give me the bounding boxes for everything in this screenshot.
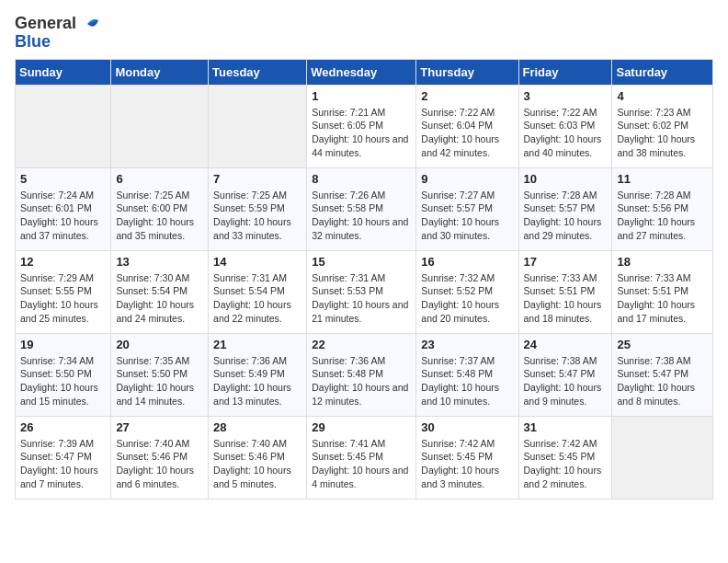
day-info: Sunrise: 7:37 AMSunset: 5:48 PMDaylight:… <box>421 354 513 408</box>
day-info: Sunrise: 7:35 AMSunset: 5:50 PMDaylight:… <box>116 354 203 408</box>
day-number: 28 <box>213 420 301 434</box>
logo-bird-icon <box>78 16 98 32</box>
weekday-header-wednesday: Wednesday <box>307 59 416 85</box>
day-number: 6 <box>116 172 203 186</box>
day-info: Sunrise: 7:23 AMSunset: 6:02 PMDaylight:… <box>617 106 708 160</box>
day-number: 11 <box>617 172 708 186</box>
calendar-table: SundayMondayTuesdayWednesdayThursdayFrid… <box>15 59 713 500</box>
day-info: Sunrise: 7:22 AMSunset: 6:03 PMDaylight:… <box>524 106 608 160</box>
calendar-cell: 1Sunrise: 7:21 AMSunset: 6:05 PMDaylight… <box>307 85 416 167</box>
day-info: Sunrise: 7:40 AMSunset: 5:46 PMDaylight:… <box>116 437 203 491</box>
calendar-cell: 26Sunrise: 7:39 AMSunset: 5:47 PMDayligh… <box>16 416 111 499</box>
day-info: Sunrise: 7:33 AMSunset: 5:51 PMDaylight:… <box>617 271 708 326</box>
day-info: Sunrise: 7:26 AMSunset: 5:58 PMDaylight:… <box>312 189 411 243</box>
day-info: Sunrise: 7:33 AMSunset: 5:51 PMDaylight:… <box>524 271 608 326</box>
day-info: Sunrise: 7:42 AMSunset: 5:45 PMDaylight:… <box>524 437 608 491</box>
day-info: Sunrise: 7:31 AMSunset: 5:54 PMDaylight:… <box>213 271 301 326</box>
day-info: Sunrise: 7:34 AMSunset: 5:50 PMDaylight:… <box>20 354 106 408</box>
day-info: Sunrise: 7:30 AMSunset: 5:54 PMDaylight:… <box>116 271 203 326</box>
day-number: 10 <box>524 172 608 186</box>
day-number: 29 <box>312 420 411 434</box>
day-number: 16 <box>421 255 513 269</box>
calendar-cell <box>16 85 111 167</box>
day-number: 8 <box>312 172 411 186</box>
weekday-header-sunday: Sunday <box>16 59 111 85</box>
day-number: 12 <box>20 255 106 269</box>
calendar-cell: 5Sunrise: 7:24 AMSunset: 6:01 PMDaylight… <box>16 167 111 250</box>
day-number: 26 <box>20 420 106 434</box>
calendar-cell <box>209 85 307 167</box>
calendar-cell: 28Sunrise: 7:40 AMSunset: 5:46 PMDayligh… <box>209 416 307 499</box>
calendar-cell <box>111 85 209 167</box>
day-info: Sunrise: 7:36 AMSunset: 5:49 PMDaylight:… <box>213 354 301 408</box>
calendar-cell: 2Sunrise: 7:22 AMSunset: 6:04 PMDaylight… <box>416 85 518 167</box>
calendar-cell: 29Sunrise: 7:41 AMSunset: 5:45 PMDayligh… <box>307 416 416 499</box>
weekday-header-thursday: Thursday <box>416 59 518 85</box>
day-number: 4 <box>617 89 708 103</box>
day-info: Sunrise: 7:40 AMSunset: 5:46 PMDaylight:… <box>213 437 301 491</box>
day-number: 25 <box>617 338 708 351</box>
calendar-cell: 23Sunrise: 7:37 AMSunset: 5:48 PMDayligh… <box>416 333 518 416</box>
day-number: 5 <box>20 172 106 186</box>
logo-general-text: General <box>15 15 76 33</box>
logo: General Blue <box>15 15 98 52</box>
day-number: 19 <box>20 338 106 351</box>
day-info: Sunrise: 7:29 AMSunset: 5:55 PMDaylight:… <box>20 271 106 326</box>
day-number: 31 <box>524 420 608 434</box>
day-number: 1 <box>312 89 411 103</box>
calendar-cell: 20Sunrise: 7:35 AMSunset: 5:50 PMDayligh… <box>111 333 209 416</box>
calendar-cell: 8Sunrise: 7:26 AMSunset: 5:58 PMDaylight… <box>307 167 416 250</box>
calendar-cell <box>612 416 713 499</box>
day-number: 17 <box>524 255 608 269</box>
day-info: Sunrise: 7:25 AMSunset: 5:59 PMDaylight:… <box>213 189 301 243</box>
calendar-cell: 25Sunrise: 7:38 AMSunset: 5:47 PMDayligh… <box>612 333 713 416</box>
logo-blue-text: Blue <box>15 33 51 52</box>
page-header: General Blue <box>15 15 713 52</box>
day-info: Sunrise: 7:38 AMSunset: 5:47 PMDaylight:… <box>524 354 608 408</box>
day-info: Sunrise: 7:38 AMSunset: 5:47 PMDaylight:… <box>617 354 708 408</box>
calendar-cell: 18Sunrise: 7:33 AMSunset: 5:51 PMDayligh… <box>612 250 713 333</box>
calendar-cell: 31Sunrise: 7:42 AMSunset: 5:45 PMDayligh… <box>518 416 612 499</box>
day-number: 7 <box>213 172 301 186</box>
day-number: 21 <box>213 338 301 351</box>
calendar-cell: 12Sunrise: 7:29 AMSunset: 5:55 PMDayligh… <box>16 250 111 333</box>
calendar-cell: 3Sunrise: 7:22 AMSunset: 6:03 PMDaylight… <box>518 85 612 167</box>
day-info: Sunrise: 7:22 AMSunset: 6:04 PMDaylight:… <box>421 106 513 160</box>
day-info: Sunrise: 7:28 AMSunset: 5:57 PMDaylight:… <box>524 189 608 243</box>
day-number: 9 <box>421 172 513 186</box>
day-number: 22 <box>312 338 411 351</box>
day-info: Sunrise: 7:28 AMSunset: 5:56 PMDaylight:… <box>617 189 708 243</box>
calendar-cell: 14Sunrise: 7:31 AMSunset: 5:54 PMDayligh… <box>209 250 307 333</box>
day-info: Sunrise: 7:21 AMSunset: 6:05 PMDaylight:… <box>312 106 411 160</box>
day-number: 20 <box>116 338 203 351</box>
calendar-cell: 30Sunrise: 7:42 AMSunset: 5:45 PMDayligh… <box>416 416 518 499</box>
day-number: 2 <box>421 89 513 103</box>
day-number: 30 <box>421 420 513 434</box>
calendar-cell: 13Sunrise: 7:30 AMSunset: 5:54 PMDayligh… <box>111 250 209 333</box>
calendar-cell: 9Sunrise: 7:27 AMSunset: 5:57 PMDaylight… <box>416 167 518 250</box>
day-info: Sunrise: 7:31 AMSunset: 5:53 PMDaylight:… <box>312 271 411 326</box>
day-number: 13 <box>116 255 203 269</box>
day-info: Sunrise: 7:25 AMSunset: 6:00 PMDaylight:… <box>116 189 203 243</box>
day-number: 24 <box>524 338 608 351</box>
calendar-cell: 17Sunrise: 7:33 AMSunset: 5:51 PMDayligh… <box>518 250 612 333</box>
calendar-cell: 24Sunrise: 7:38 AMSunset: 5:47 PMDayligh… <box>518 333 612 416</box>
calendar-cell: 22Sunrise: 7:36 AMSunset: 5:48 PMDayligh… <box>307 333 416 416</box>
weekday-header-saturday: Saturday <box>612 59 713 85</box>
calendar-cell: 10Sunrise: 7:28 AMSunset: 5:57 PMDayligh… <box>518 167 612 250</box>
calendar-cell: 27Sunrise: 7:40 AMSunset: 5:46 PMDayligh… <box>111 416 209 499</box>
day-info: Sunrise: 7:27 AMSunset: 5:57 PMDaylight:… <box>421 189 513 243</box>
day-info: Sunrise: 7:24 AMSunset: 6:01 PMDaylight:… <box>20 189 106 243</box>
day-info: Sunrise: 7:32 AMSunset: 5:52 PMDaylight:… <box>421 271 513 326</box>
calendar-cell: 4Sunrise: 7:23 AMSunset: 6:02 PMDaylight… <box>612 85 713 167</box>
day-number: 18 <box>617 255 708 269</box>
weekday-header-friday: Friday <box>518 59 612 85</box>
calendar-cell: 15Sunrise: 7:31 AMSunset: 5:53 PMDayligh… <box>307 250 416 333</box>
calendar-cell: 7Sunrise: 7:25 AMSunset: 5:59 PMDaylight… <box>209 167 307 250</box>
day-number: 3 <box>524 89 608 103</box>
calendar-cell: 6Sunrise: 7:25 AMSunset: 6:00 PMDaylight… <box>111 167 209 250</box>
calendar-cell: 19Sunrise: 7:34 AMSunset: 5:50 PMDayligh… <box>16 333 111 416</box>
calendar-cell: 21Sunrise: 7:36 AMSunset: 5:49 PMDayligh… <box>209 333 307 416</box>
day-number: 27 <box>116 420 203 434</box>
calendar-cell: 11Sunrise: 7:28 AMSunset: 5:56 PMDayligh… <box>612 167 713 250</box>
